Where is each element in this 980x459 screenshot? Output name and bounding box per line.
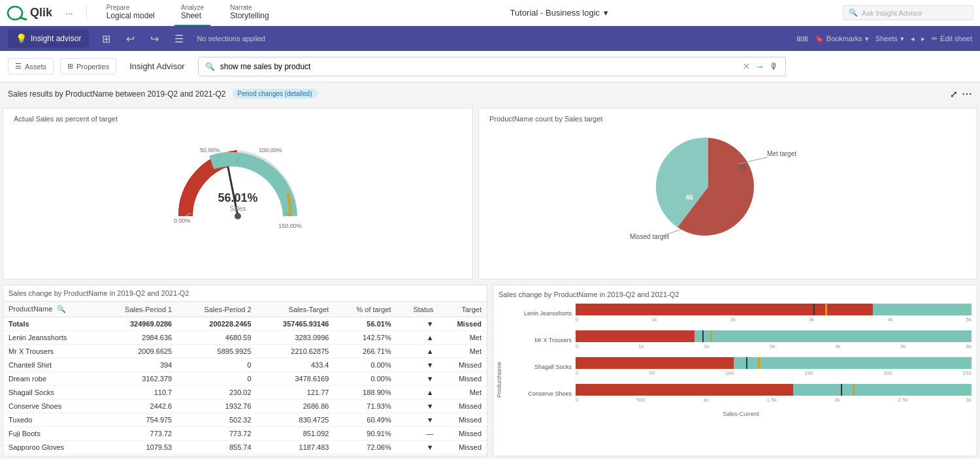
pie-chart-panel: ProductName count by Sales target 46 (478, 108, 977, 279)
col-period2[interactable]: Sales-Period 2 (177, 302, 256, 317)
table-row: Fuji Boots 773.72 773.72 851.092 90.91% … (3, 427, 487, 441)
gauge-chart-panel: Actual Sales as percent of target (3, 108, 473, 279)
bar-chart-title: Sales change by ProductName in 2019-Q2 a… (493, 285, 977, 304)
table-row: Lenin Jeansshorts 2984.636 4680.59 3283.… (3, 331, 487, 345)
filter-btn[interactable]: ☰ (172, 30, 186, 48)
svg-text:Missed target: Missed target (630, 233, 669, 240)
more-options-btn[interactable]: ⋯ (962, 87, 972, 100)
bar-label-1: Lenin Jeansshorts (510, 310, 576, 317)
table-row: Sapporoo Gloves 1079.53 855.74 1187.483 … (3, 441, 487, 454)
search-icon: 🔍 (849, 8, 858, 17)
table-row: Shagall Socks 110.7 230.02 121.77 188.90… (3, 386, 487, 400)
app-title[interactable]: Tutorial - Business logic ▾ (510, 8, 609, 18)
bar-axis-1: 01k2k3k4k5k (576, 317, 972, 323)
ask-insight-input[interactable]: 🔍 Ask Insight Advisor (843, 5, 973, 20)
pie-chart-title: ProductName count by Sales target (489, 115, 966, 123)
col-pct[interactable]: % of target (334, 302, 396, 317)
main-content: Sales results by ProductName between 201… (0, 82, 980, 459)
prepare-label: Prepare (106, 4, 130, 11)
insight-advisor-button[interactable]: 💡 Insight advisor (8, 29, 89, 48)
search-submit-btn[interactable]: → (755, 61, 764, 72)
assets-btn[interactable]: ☰ Assets (8, 58, 54, 74)
edit-sheet-btn[interactable]: ✏ Edit sheet (932, 35, 972, 43)
bar-row-1: Lenin Jeansshorts 01k2k3k4k5k (510, 304, 972, 323)
totals-name: Totals (3, 317, 98, 331)
chevron-down-icon: ▾ (604, 8, 608, 18)
svg-line-1 (20, 18, 26, 20)
properties-btn[interactable]: ⊞ Properties (60, 58, 116, 74)
search-clear-btn[interactable]: ✕ (743, 61, 750, 71)
qlik-logo: Qlik (7, 6, 52, 20)
totals-pct: 56.01% (334, 317, 396, 331)
search-icon[interactable]: 🔍 (57, 305, 66, 313)
bar-axis-3: 050100150200250 (576, 370, 972, 376)
charts-row: Actual Sales as percent of target (0, 105, 980, 282)
svg-text:29: 29 (738, 164, 745, 172)
search-icon: 🔍 (205, 62, 215, 71)
narrate-label: Narrate (230, 4, 252, 11)
qlik-text: Qlik (30, 6, 52, 20)
bar-area-1: 01k2k3k4k5k (576, 304, 972, 323)
selection-text: No selections applied (197, 35, 265, 42)
nav-next-btn[interactable]: ▸ (921, 35, 925, 43)
totals-status: Missed (439, 317, 487, 331)
bar-chart-panel: Sales change by ProductName in 2019-Q2 a… (493, 285, 977, 456)
search-box[interactable]: 🔍 ✕ → 🎙 (198, 57, 786, 76)
table-row: Mr X Trousers 2009.6625 5895.9925 2210.6… (3, 345, 487, 358)
results-title: Sales results by ProductName between 201… (8, 89, 226, 99)
bar-row-4: Conserve Shoes 05001k1.5k2k2.5k3k (510, 384, 972, 403)
sheets-btn[interactable]: Sheets ▾ (875, 35, 904, 43)
nav-prev-btn[interactable]: ◂ (911, 35, 915, 43)
col-period1[interactable]: Sales-Period 1 (98, 302, 177, 317)
bar-chart-body: ProductName Lenin Jeansshorts (493, 304, 977, 456)
smart-search-btn[interactable]: ⊞ (99, 30, 113, 48)
totals-arrow: ▼ (397, 317, 439, 331)
x-axis-label: Sales-Current (510, 411, 972, 417)
col-status[interactable]: Status (397, 302, 439, 317)
svg-text:150.00%: 150.00% (278, 223, 302, 229)
table-row-totals: Totals 324969.0286 200228.2465 357465.93… (3, 317, 487, 331)
col-target[interactable]: Sales-Target (257, 302, 335, 317)
nav-analyze[interactable]: Analyze Sheet (174, 0, 211, 26)
bar-area-2: 01k2k3k4k5k6k (576, 330, 972, 349)
svg-text:50.00%: 50.00% (200, 147, 220, 153)
bottom-row: Sales change by ProductName in 2019-Q2 a… (0, 282, 980, 459)
bar-row-3: Shagall Socks 050100150200250 (510, 357, 972, 376)
bar-label-3: Shagall Socks (510, 364, 576, 370)
table-row: Tuxedo 754.975 502.32 830.4725 60.49% ▼ … (3, 413, 487, 427)
gauge-chart-title: Actual Sales as percent of target (14, 115, 462, 123)
search-input[interactable] (220, 62, 738, 71)
svg-text:56.01%: 56.01% (218, 191, 257, 204)
bar-label-2: Mr X Trousers (510, 337, 576, 343)
bar-axis-4: 05001k1.5k2k2.5k3k (576, 397, 972, 403)
bar-label-4: Conserve Shoes (510, 390, 576, 397)
totals-period2: 200228.2465 (177, 317, 256, 331)
top-nav: Qlik ··· Prepare Logical model Analyze S… (0, 0, 980, 26)
undo-btn[interactable]: ↩ (123, 30, 137, 48)
bar-axis-2: 01k2k3k4k5k6k (576, 343, 972, 349)
y-axis-label: ProductName (493, 304, 505, 456)
col-product[interactable]: ProductName 🔍 (3, 302, 98, 317)
bookmarks-btn[interactable]: 🔖 Bookmarks ▾ (815, 35, 869, 43)
totals-target: 357465.93146 (257, 317, 335, 331)
grid-view-btn[interactable]: ⊞⊞ (796, 35, 808, 43)
table-row: Chantell Shirt 394 0 433.4 0.00% ▼ Misse… (3, 358, 487, 372)
svg-text:100.00%: 100.00% (259, 147, 282, 153)
totals-period1: 324969.0286 (98, 317, 177, 331)
more-menu-btn[interactable]: ··· (65, 8, 73, 18)
properties-icon: ⊞ (67, 62, 73, 71)
gauge-svg: 0.00% 50.00% 100.00% 150.00% 56.01% Sale… (159, 131, 316, 242)
table-scroll[interactable]: ProductName 🔍 Sales-Period 1 Sales-Perio… (3, 302, 487, 456)
col-target-status[interactable]: Target (439, 302, 487, 317)
results-header: Sales results by ProductName between 201… (0, 82, 980, 105)
expand-btn[interactable]: ⤢ (950, 87, 958, 100)
period-badge: Period changes (detailed) (233, 89, 318, 99)
qlik-logo-icon (7, 6, 27, 20)
nav-narrate[interactable]: Narrate Storytelling (223, 0, 275, 26)
prepare-value: Logical model (106, 11, 155, 20)
table-panel: Sales change by ProductName in 2019-Q2 a… (3, 285, 487, 456)
bar-chart-content: Lenin Jeansshorts 01k2k3k4k5k (505, 304, 977, 456)
redo-btn[interactable]: ↪ (148, 30, 161, 48)
search-mic-btn[interactable]: 🎙 (770, 61, 779, 72)
nav-prepare[interactable]: Prepare Logical model (100, 0, 161, 26)
